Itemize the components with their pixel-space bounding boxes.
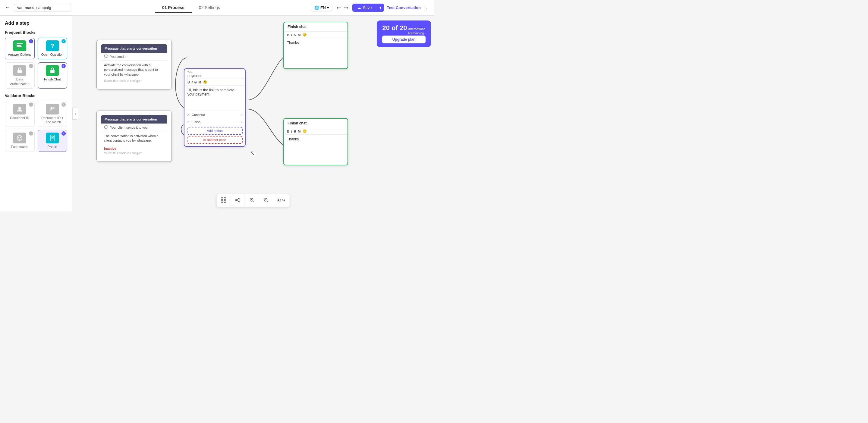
payment-title-row: Title — [184, 69, 245, 79]
option-finish[interactable]: ✕ Finish → — [184, 119, 245, 126]
save-dropdown-button[interactable]: ▾ — [377, 4, 384, 12]
save-group: ☁ Save ▾ — [352, 4, 384, 12]
strikethrough-button[interactable]: S — [194, 80, 196, 84]
save-button[interactable]: ☁ Save — [352, 4, 377, 12]
frequent-blocks-title: Frequent Blocks — [5, 30, 67, 35]
payment-editor-toolbar: B I S M 🙂 — [184, 79, 245, 86]
start-node-1[interactable]: Message that starts conversation 💬 You s… — [96, 40, 172, 90]
info-badge: i — [29, 39, 33, 43]
block-finish-chat[interactable]: i Finish Chat — [38, 62, 67, 89]
interactions-label-line2: Remaining — [408, 31, 426, 35]
svg-rect-3 — [18, 70, 22, 73]
block-data-authorization[interactable]: i Data Authorization — [5, 62, 35, 89]
start1-header: Message that starts conversation — [101, 44, 167, 53]
emoji-btn-f2[interactable]: 🙂 — [303, 129, 307, 133]
interactions-label-line1: Interactions — [408, 27, 426, 31]
answer-options-label: Answer Options — [8, 53, 31, 57]
emoji-btn-f1[interactable]: 🙂 — [303, 33, 307, 37]
svg-line-22 — [237, 200, 239, 201]
tab-process[interactable]: 01 Process — [155, 3, 192, 13]
finish-chat-node-2[interactable]: Finish chat B I S M 🙂 Thanks. — [283, 118, 348, 165]
option-finish-remove[interactable]: ✕ — [187, 120, 190, 124]
italic-button[interactable]: I — [192, 80, 193, 84]
start-node-2[interactable]: Message that starts conversation 💬 Your … — [96, 110, 172, 162]
strike-btn-f2[interactable]: S — [294, 130, 296, 133]
block-document-id-face[interactable]: i Document ID + Face match — [38, 101, 67, 127]
zoom-out-button[interactable] — [259, 194, 273, 207]
payment-node[interactable]: Title B I S M 🙂 Hi, this is the link to … — [184, 68, 246, 147]
whatsapp-icon2: 💬 — [104, 125, 108, 129]
finish2-header: Finish chat — [284, 119, 347, 128]
block-document-id[interactable]: i Document ID — [5, 101, 35, 127]
italic-btn-f2[interactable]: I — [291, 130, 292, 133]
monospace-button[interactable]: M — [198, 80, 201, 84]
more-options-button[interactable]: ⋮ — [424, 4, 429, 11]
tab-settings[interactable]: 02 Settings — [192, 3, 227, 13]
finish2-content[interactable]: Thanks. — [284, 135, 347, 165]
finish2-toolbar: B I S M 🙂 — [284, 128, 347, 135]
upgrade-plan-button[interactable]: Upgrade plan — [382, 36, 426, 43]
canvas-wrapper[interactable]: ‹ Message that starts conversation 💬 You… — [72, 16, 434, 212]
payment-content[interactable]: Hi, this is the link to complete your pa… — [184, 86, 245, 110]
svg-point-9 — [19, 137, 19, 138]
redo-button[interactable]: ↪ — [343, 4, 349, 12]
mono-btn-f1[interactable]: M — [298, 33, 301, 37]
svg-rect-15 — [224, 198, 226, 199]
save-label: Save — [363, 5, 372, 10]
emoji-button[interactable]: 🙂 — [203, 80, 207, 84]
zoom-level: 61% — [273, 196, 290, 205]
face-match-icon — [13, 133, 26, 143]
svg-rect-17 — [224, 201, 226, 202]
open-question-icon: ? — [46, 40, 59, 51]
phone-icon — [46, 133, 59, 143]
info-badge: i — [61, 131, 66, 136]
sidebar-collapse-button[interactable]: ‹ — [72, 107, 79, 120]
svg-line-26 — [253, 201, 254, 202]
focus-button[interactable] — [216, 194, 230, 207]
header-tabs: 01 Process 02 Settings — [75, 3, 307, 13]
another-case-button[interactable]: In another case — [187, 136, 243, 144]
finish-chat-node-1[interactable]: Finish chat B I S M 🙂 Thanks. — [283, 22, 348, 69]
block-open-question[interactable]: i ? Open Question — [38, 38, 67, 59]
bold-btn-f2[interactable]: B — [287, 130, 289, 133]
option-finish-arrow: → — [239, 120, 243, 124]
strike-btn-f1[interactable]: S — [294, 33, 296, 37]
add-option-button[interactable]: Add option — [187, 127, 243, 135]
share-button[interactable] — [230, 194, 245, 207]
start1-body: Activate the conversation with a persona… — [101, 61, 167, 79]
document-id-face-label: Document ID + Face match — [40, 116, 65, 124]
svg-rect-1 — [17, 45, 21, 46]
whatsapp-icon: 💬 — [104, 55, 108, 59]
start1-subheader: 💬 You send it — [101, 53, 167, 61]
answer-options-icon — [13, 40, 26, 51]
test-conversation-button[interactable]: Test Conversation — [387, 5, 421, 10]
italic-btn-f1[interactable]: I — [291, 33, 292, 37]
document-id-label: Document ID — [10, 116, 29, 120]
finish1-header: Finish chat — [284, 22, 347, 32]
info-badge: i — [29, 64, 33, 68]
sidebar-title: Add a step — [5, 21, 67, 26]
bold-btn-f1[interactable]: B — [287, 33, 289, 37]
svg-point-5 — [19, 107, 21, 109]
document-id-face-icon — [46, 104, 59, 115]
back-button[interactable]: ← — [5, 4, 10, 11]
zoom-in-button[interactable] — [245, 194, 259, 207]
mono-btn-f2[interactable]: M — [298, 130, 301, 133]
option-continue[interactable]: ✕ Continue → — [184, 111, 245, 119]
bold-button[interactable]: B — [187, 80, 190, 84]
finish1-content[interactable]: Thanks. — [284, 38, 347, 68]
option-continue-label: Continue — [192, 113, 237, 117]
svg-line-29 — [267, 201, 268, 202]
block-face-match[interactable]: i Face match — [5, 130, 35, 152]
language-selector[interactable]: 🌐 EN ▾ — [311, 4, 333, 11]
undo-button[interactable]: ↩ — [336, 4, 342, 12]
option-continue-remove[interactable]: ✕ — [187, 113, 190, 117]
start2-inactive: Inactive — [101, 145, 167, 152]
block-phone[interactable]: i Phone — [38, 130, 67, 152]
project-name-input[interactable] — [14, 4, 71, 11]
frequent-blocks-grid: i Answer Options i ? Open Question — [5, 38, 67, 89]
open-question-label: Open Question — [41, 53, 64, 57]
sidebar: Add a step Frequent Blocks i Answer Opti… — [0, 16, 72, 212]
block-answer-options[interactable]: i Answer Options — [5, 38, 35, 59]
payment-title-input[interactable] — [187, 74, 242, 78]
